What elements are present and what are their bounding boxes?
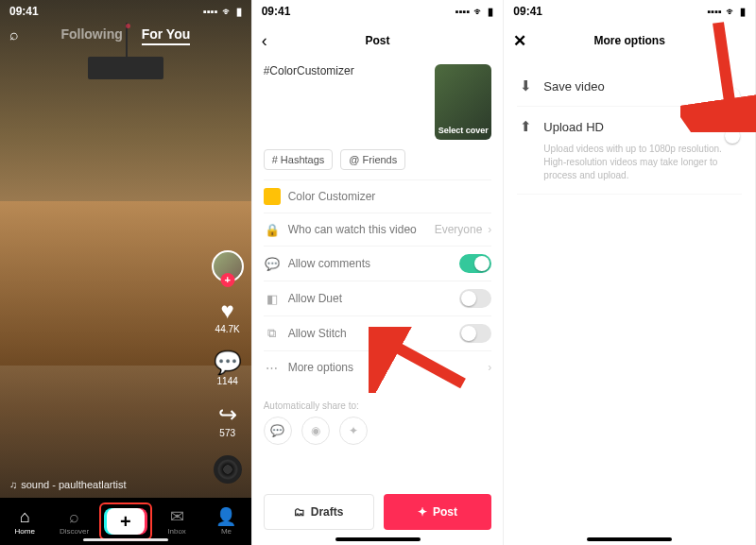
- signal-icon: ▪▪▪▪: [455, 6, 471, 17]
- drafts-icon: 🗂: [294, 505, 305, 519]
- post-title: Post: [366, 34, 390, 47]
- nav-inbox[interactable]: ✉ Inbox: [152, 508, 201, 536]
- auto-share-label: Automatically share to:: [264, 400, 492, 411]
- status-time: 09:41: [9, 5, 39, 18]
- nav-discover-label: Discover: [49, 527, 98, 536]
- upload-icon: ⬆: [517, 118, 534, 135]
- signal-icon: ▪▪▪▪: [203, 6, 218, 17]
- chevron-right-icon: ›: [488, 361, 491, 374]
- duet-icon: ◧: [264, 290, 281, 307]
- allow-comments-row: 💬 Allow comments: [264, 246, 492, 281]
- follow-plus-icon[interactable]: +: [220, 273, 234, 287]
- comment-button[interactable]: 💬 1144: [214, 351, 242, 386]
- wifi-icon: ᯤ: [473, 6, 484, 17]
- allow-duet-label: Allow Duet: [288, 292, 342, 305]
- who-can-watch-row[interactable]: 🔒 Who can watch this video Everyone ›: [264, 213, 492, 246]
- nav-create[interactable]: +: [99, 502, 152, 540]
- allow-stitch-label: Allow Stitch: [288, 327, 347, 340]
- more-options-header: ✕ More options: [504, 23, 755, 59]
- nav-inbox-label: Inbox: [152, 527, 201, 536]
- like-button[interactable]: ♥ 44.7K: [215, 299, 240, 334]
- chevron-right-icon: ›: [488, 223, 491, 236]
- tab-following[interactable]: Following: [60, 26, 122, 42]
- share-button[interactable]: ↪ 573: [218, 403, 237, 438]
- link-badge-icon: [264, 188, 281, 205]
- back-button[interactable]: ‹: [262, 31, 267, 51]
- allow-comments-label: Allow comments: [288, 257, 370, 270]
- home-indicator: [83, 538, 168, 541]
- more-options-title: More options: [594, 34, 665, 47]
- friends-chip[interactable]: @ Friends: [340, 149, 405, 170]
- allow-stitch-toggle[interactable]: [459, 324, 491, 343]
- screen-post: 09:41 ▪▪▪▪ ᯤ ▮ ‹ Post #ColorCustomizer S…: [252, 0, 505, 545]
- home-indicator: [587, 537, 672, 541]
- save-video-row[interactable]: ⬇ Save video: [517, 66, 742, 107]
- music-note-icon: ♫: [9, 479, 17, 490]
- home-indicator: [335, 537, 421, 541]
- sound-label[interactable]: sound - paultheatlartist: [21, 479, 126, 490]
- upload-hd-label: Upload HD: [543, 120, 604, 134]
- cover-label: Select cover: [438, 126, 489, 135]
- who-value: Everyone: [435, 223, 483, 236]
- drafts-button[interactable]: 🗂 Drafts: [264, 494, 374, 530]
- feed-video-lamp: [88, 57, 163, 79]
- share-message-icon[interactable]: 💬: [264, 417, 292, 445]
- stitch-icon: ⧉: [264, 325, 281, 342]
- heart-icon: ♥: [215, 299, 240, 322]
- status-bar: 09:41 ▪▪▪▪ ᯤ ▮: [0, 0, 251, 23]
- post-icon: ✦: [418, 505, 427, 519]
- comment-icon: 💬: [214, 351, 242, 374]
- post-header: ‹ Post: [252, 23, 504, 59]
- battery-icon: ▮: [488, 6, 493, 18]
- nav-me[interactable]: 👤 Me: [201, 508, 250, 536]
- search-icon: ⌕: [49, 508, 98, 525]
- screen-more-options: 09:41 ▪▪▪▪ ᯤ ▮ ✕ More options ⬇ Save vid…: [504, 0, 756, 545]
- battery-icon: ▮: [740, 6, 746, 18]
- nav-me-label: Me: [201, 527, 250, 536]
- inbox-icon: ✉: [152, 508, 201, 525]
- post-label: Post: [433, 505, 457, 519]
- save-video-label: Save video: [543, 79, 604, 94]
- wifi-icon: ᯤ: [726, 6, 736, 17]
- sound-disc-icon[interactable]: [214, 455, 242, 484]
- author-avatar[interactable]: +: [212, 250, 244, 282]
- upload-hd-hint: Upload videos with up to 1080p resolutio…: [517, 143, 742, 195]
- allow-comments-toggle[interactable]: [459, 254, 491, 273]
- share-other-icon[interactable]: ✦: [339, 417, 368, 445]
- close-button[interactable]: ✕: [513, 31, 526, 51]
- home-icon: ⌂: [0, 508, 49, 525]
- status-time: 09:41: [513, 5, 542, 18]
- status-bar: 09:41 ▪▪▪▪ ᯤ ▮: [252, 0, 504, 23]
- create-highlight-box: +: [99, 502, 152, 540]
- post-button[interactable]: ✦ Post: [384, 494, 492, 530]
- upload-hd-row[interactable]: ⬆ Upload HD: [517, 107, 742, 146]
- feed-tabs: Following For You: [0, 26, 251, 42]
- profile-icon: 👤: [201, 508, 250, 525]
- right-action-rail: + ♥ 44.7K 💬 1144 ↪ 573: [212, 250, 244, 484]
- cover-thumbnail[interactable]: Select cover: [435, 64, 491, 140]
- tab-for-you[interactable]: For You: [142, 26, 191, 45]
- post-footer: 🗂 Drafts ✦ Post: [252, 485, 504, 545]
- allow-duet-toggle[interactable]: [459, 289, 491, 308]
- nav-discover[interactable]: ⌕ Discover: [49, 508, 98, 536]
- more-options-row[interactable]: ⋯ More options ›: [264, 350, 492, 383]
- hashtags-chip[interactable]: # Hashtags: [264, 149, 334, 170]
- create-button[interactable]: +: [107, 508, 145, 535]
- signal-icon: ▪▪▪▪: [707, 6, 722, 17]
- comment-icon: 💬: [264, 255, 281, 272]
- status-bar: 09:41 ▪▪▪▪ ᯤ ▮: [504, 0, 755, 23]
- more-icon: ⋯: [264, 359, 281, 376]
- auto-share-section: Automatically share to: 💬 ◉ ✦: [264, 400, 492, 445]
- link-color-customizer[interactable]: Color Customizer: [264, 179, 492, 213]
- share-instagram-icon[interactable]: ◉: [301, 417, 330, 445]
- status-time: 09:41: [262, 5, 291, 18]
- caption-input[interactable]: #ColorCustomizer: [264, 64, 426, 140]
- screen-feed: 09:41 ▪▪▪▪ ᯤ ▮ ⌕ Following For You + ♥ 4…: [0, 0, 252, 545]
- share-count: 573: [218, 428, 237, 438]
- feed-caption: ♫ sound - paultheatlartist: [9, 476, 185, 490]
- download-icon: ⬇: [517, 77, 534, 94]
- like-count: 44.7K: [215, 324, 240, 334]
- allow-duet-row: ◧ Allow Duet: [264, 281, 492, 315]
- comment-count: 1144: [214, 376, 242, 386]
- nav-home[interactable]: ⌂ Home: [0, 508, 49, 536]
